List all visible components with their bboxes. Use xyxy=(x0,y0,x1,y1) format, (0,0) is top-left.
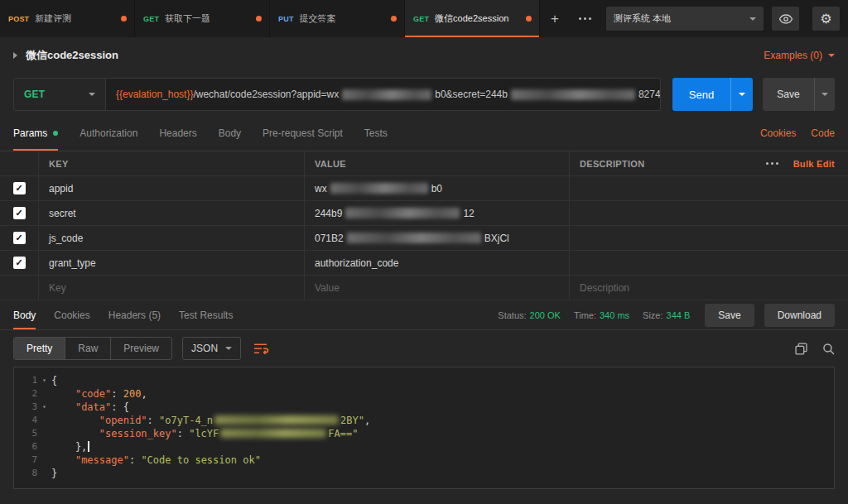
code-token: : { xyxy=(111,401,129,413)
param-value-cell[interactable]: wxb0 xyxy=(305,176,570,200)
param-checkbox[interactable]: ✓ xyxy=(13,182,26,194)
param-value-cell[interactable]: authorization_code xyxy=(305,251,570,275)
header-key: KEY xyxy=(39,151,305,175)
tab-response-body[interactable]: Body xyxy=(13,300,36,329)
tab-params[interactable]: Params xyxy=(13,115,58,151)
url-input[interactable]: {{evalation_host}}/wechat/code2session?a… xyxy=(106,78,661,111)
param-checkbox[interactable]: ✓ xyxy=(13,232,26,244)
code-line: 3▾ "data": { xyxy=(14,401,834,414)
response-body-panel[interactable]: 1▾{2 "code": 200,3▾ "data": {4 "openid":… xyxy=(13,367,835,489)
param-checkbox[interactable]: ✓ xyxy=(13,257,26,269)
param-value-cell[interactable]: Value xyxy=(305,276,570,300)
unsaved-dot-icon xyxy=(526,16,532,22)
param-value: 244b9 xyxy=(315,208,342,219)
search-icon[interactable] xyxy=(822,343,835,355)
param-checkbox[interactable]: ✓ xyxy=(13,207,26,219)
environment-name: 测评系统 本地 xyxy=(614,12,671,25)
code-line: 8} xyxy=(14,467,834,480)
fold-caret-icon[interactable]: ▾ xyxy=(37,374,51,387)
param-desc-cell[interactable] xyxy=(570,226,848,250)
response-toolbar: Pretty Raw Preview JSON xyxy=(0,330,848,367)
chevron-down-icon xyxy=(828,54,835,57)
param-key-cell[interactable]: Key xyxy=(39,276,305,300)
tab-tests[interactable]: Tests xyxy=(364,115,388,151)
tab-authorization[interactable]: Authorization xyxy=(80,115,137,151)
request-tab-4-active[interactable]: GET 微信code2session xyxy=(405,0,540,37)
param-key-cell[interactable]: grant_type xyxy=(39,251,305,275)
redacted-text xyxy=(214,415,339,425)
tab-body[interactable]: Body xyxy=(219,115,241,151)
download-button[interactable]: Download xyxy=(764,304,835,327)
code-link[interactable]: Code xyxy=(811,127,835,139)
fold-caret-icon xyxy=(37,387,51,401)
tab-options-button[interactable] xyxy=(570,0,600,37)
code-line: 1▾{ xyxy=(14,374,834,387)
code-token: : xyxy=(129,454,141,466)
collapse-caret-icon[interactable] xyxy=(13,52,17,59)
view-raw[interactable]: Raw xyxy=(65,338,111,359)
code-text: "data": { xyxy=(51,401,129,414)
fold-caret-icon[interactable]: ▾ xyxy=(37,401,51,414)
tab-label: Tests xyxy=(364,127,388,139)
code-token: { xyxy=(51,375,57,386)
param-desc-cell[interactable] xyxy=(570,176,848,200)
param-key-cell[interactable]: js_code xyxy=(39,226,305,250)
format-dropdown[interactable]: JSON xyxy=(182,337,241,360)
request-tab-2[interactable]: GET 获取下一题 xyxy=(135,0,270,37)
tab-pre-request-script[interactable]: Pre-request Script xyxy=(263,115,343,151)
tab-label: Cookies xyxy=(54,310,89,321)
code-text: "session_key": "lcYFFA==" xyxy=(51,427,358,440)
param-value-cell[interactable]: 244b912 xyxy=(305,201,570,225)
param-value: 12 xyxy=(463,208,474,219)
copy-icon[interactable] xyxy=(795,343,807,355)
param-value: authorization_code xyxy=(315,257,398,269)
code-token: : xyxy=(111,388,123,400)
description-placeholder: Description xyxy=(580,282,629,294)
fold-caret-icon xyxy=(37,467,51,480)
tab-response-cookies[interactable]: Cookies xyxy=(54,300,89,329)
method-badge: GET xyxy=(143,15,159,23)
new-tab-button[interactable]: + xyxy=(540,0,570,37)
wrap-lines-button[interactable] xyxy=(253,343,269,355)
param-desc-cell[interactable]: Description xyxy=(570,276,848,300)
bulk-edit-link[interactable]: Bulk Edit xyxy=(793,159,835,169)
tab-headers[interactable]: Headers xyxy=(159,115,196,151)
method-dropdown[interactable]: GET xyxy=(13,78,106,111)
wrap-lines-icon xyxy=(253,343,269,355)
examples-dropdown[interactable]: Examples (0) xyxy=(764,50,835,61)
code-text: "openid": "o7yT-4_n2BY", xyxy=(51,414,370,427)
param-key: appid xyxy=(49,183,73,194)
save-button[interactable]: Save xyxy=(763,78,814,111)
cookies-link[interactable]: Cookies xyxy=(760,127,796,139)
header-checkbox-cell xyxy=(0,151,39,175)
check-icon: ✓ xyxy=(15,209,22,218)
send-options-button[interactable] xyxy=(730,78,753,111)
environment-quick-look-button[interactable] xyxy=(772,7,799,31)
code-line: 7 "message": "Code to session ok" xyxy=(14,454,834,467)
view-pretty[interactable]: Pretty xyxy=(14,338,65,359)
tab-test-results[interactable]: Test Results xyxy=(179,300,233,329)
response-meta: Status:200 OK Time:340 ms Size:344 B xyxy=(498,300,690,329)
header-description: DESCRIPTION Bulk Edit xyxy=(570,151,848,175)
settings-button[interactable]: ⚙ xyxy=(812,7,840,31)
send-button[interactable]: Send xyxy=(672,78,730,111)
code-token: }, xyxy=(51,441,87,453)
request-tab-1[interactable]: POST 新建评测 xyxy=(0,0,135,37)
request-tab-3[interactable]: PUT 提交答案 xyxy=(270,0,405,37)
param-key-cell[interactable]: secret xyxy=(39,201,305,225)
param-value-cell[interactable]: 071B2BXjCl xyxy=(305,226,570,250)
check-icon: ✓ xyxy=(15,233,22,242)
code-token: "message" xyxy=(75,454,129,466)
param-desc-cell[interactable] xyxy=(570,201,848,225)
save-options-button[interactable] xyxy=(814,78,835,111)
param-desc-cell[interactable] xyxy=(570,251,848,275)
param-key-cell[interactable]: appid xyxy=(39,176,305,200)
environment-selector[interactable]: 测评系统 本地 xyxy=(606,7,764,31)
code-text: "message": "Code to session ok" xyxy=(51,454,261,467)
unsaved-dot-icon xyxy=(121,16,127,22)
save-response-button[interactable]: Save xyxy=(705,304,754,327)
param-value: wx xyxy=(315,183,327,194)
tab-response-headers[interactable]: Headers (5) xyxy=(108,300,161,329)
more-options-icon[interactable] xyxy=(766,162,778,165)
view-preview[interactable]: Preview xyxy=(111,338,171,359)
